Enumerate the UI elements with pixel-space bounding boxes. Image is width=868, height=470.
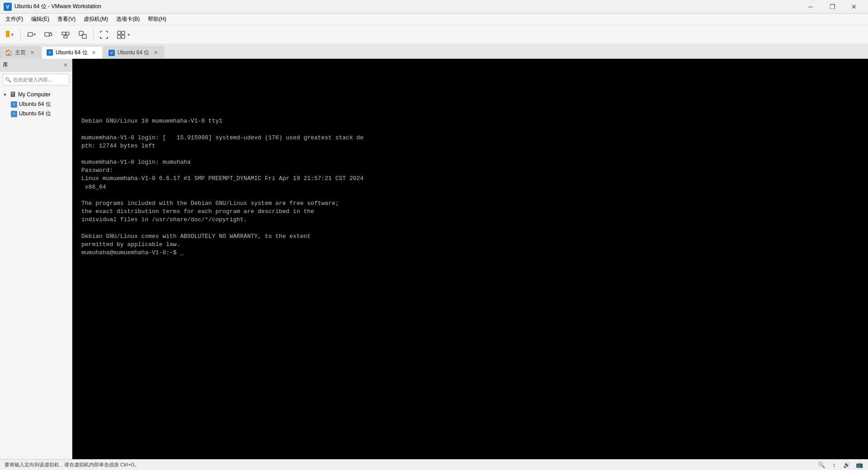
status-icon-3[interactable]: 🔊 xyxy=(843,461,851,469)
search-icon: 🔍 xyxy=(5,77,11,83)
menu-edit[interactable]: 编辑(E) xyxy=(28,14,53,24)
vm-icon-1: V xyxy=(11,101,17,108)
terminal-area[interactable]: Debian GNU/Linux 10 mumuemhaha-V1-0 tty1… xyxy=(72,59,868,459)
clone-icon xyxy=(78,30,87,39)
tab-ubuntu1-label: Ubuntu 64 位 xyxy=(56,49,88,57)
tree-my-computer-group: ▼ 🖥 My Computer V Ubuntu 64 位 V Ubuntu 6… xyxy=(0,90,72,119)
menu-tabs[interactable]: 选项卡(B) xyxy=(113,14,143,24)
fullscreen-icon xyxy=(99,30,108,39)
search-input[interactable] xyxy=(13,77,75,82)
computer-icon: 🖥 xyxy=(9,90,16,99)
svg-marker-3 xyxy=(33,33,35,36)
ubuntu1-icon: V xyxy=(47,49,53,56)
fullscreen-button[interactable] xyxy=(96,27,112,43)
svg-point-5 xyxy=(49,33,52,36)
status-bar: 要将输入定向到该虚拟机，请在虚拟机内部单击或按 Ctrl+G。 🔍 ↕ 🔊 📺 xyxy=(0,459,868,470)
tab-home-close[interactable]: ✕ xyxy=(28,49,36,57)
main-area: 库 ✕ 🔍 ▼ ▼ 🖥 My Computer V Ubuntu 6 xyxy=(0,59,868,459)
app-icon: V xyxy=(4,3,12,11)
sidebar: 库 ✕ 🔍 ▼ ▼ 🖥 My Computer V Ubuntu 6 xyxy=(0,59,72,459)
tree-vm-2[interactable]: V Ubuntu 64 位 xyxy=(8,109,72,119)
menu-vm[interactable]: 虚拟机(M) xyxy=(80,14,112,24)
tree-vm-1[interactable]: V Ubuntu 64 位 xyxy=(8,100,72,109)
tree-vm-2-label: Ubuntu 64 位 xyxy=(19,110,51,118)
terminal-content: Debian GNU/Linux 10 mumuemhaha-V1-0 tty1… xyxy=(72,59,868,266)
close-button[interactable]: ✕ xyxy=(844,0,864,14)
tree-vm-1-label: Ubuntu 64 位 xyxy=(19,100,51,108)
clone-button[interactable] xyxy=(75,27,90,43)
tab-ubuntu2-label: Ubuntu 64 位 xyxy=(118,49,150,57)
minimize-button[interactable]: ─ xyxy=(800,0,821,14)
tree-my-computer[interactable]: ▼ 🖥 My Computer xyxy=(0,90,72,100)
svg-rect-14 xyxy=(118,35,121,38)
status-icon-4[interactable]: 📺 xyxy=(855,461,863,469)
menu-file[interactable]: 文件(F) xyxy=(2,14,27,24)
svg-rect-7 xyxy=(62,32,66,35)
tree-expand-arrow: ▼ xyxy=(3,92,7,97)
svg-rect-13 xyxy=(122,31,125,34)
sidebar-tree: ▼ 🖥 My Computer V Ubuntu 64 位 V Ubuntu 6… xyxy=(0,88,72,459)
menu-help[interactable]: 帮助(H) xyxy=(144,14,170,24)
svg-rect-9 xyxy=(64,36,67,38)
tab-ubuntu1-close[interactable]: ✕ xyxy=(90,49,98,56)
snapshot-take-button[interactable] xyxy=(41,27,56,43)
vm-icon-2: V xyxy=(11,111,17,117)
sidebar-search-box[interactable]: 🔍 ▼ xyxy=(3,74,69,85)
tabs-bar: 🏠 主页 ✕ V Ubuntu 64 位 ✕ V Ubuntu 64 位 ✕ xyxy=(0,44,868,59)
pause-dropdown-arrow: ▼ xyxy=(10,33,14,37)
tree-children: V Ubuntu 64 位 V Ubuntu 64 位 xyxy=(0,100,72,119)
unity-icon xyxy=(117,30,126,39)
status-right: 🔍 ↕ 🔊 📺 xyxy=(817,461,863,469)
ubuntu2-icon: V xyxy=(108,50,115,56)
snapshot-take-icon xyxy=(44,30,53,39)
snapshot-manager-button[interactable] xyxy=(58,27,73,43)
tab-home[interactable]: 🏠 主页 ✕ xyxy=(0,46,41,59)
tab-home-label: 主页 xyxy=(15,49,26,57)
menu-bar: 文件(F) 编辑(E) 查看(V) 虚拟机(M) 选项卡(B) 帮助(H) xyxy=(0,14,868,25)
home-icon: 🏠 xyxy=(5,49,12,56)
snapshot-revert-icon xyxy=(27,30,36,39)
unity-dropdown-arrow: ▼ xyxy=(127,33,131,37)
status-message: 要将输入定向到该虚拟机，请在虚拟机内部单击或按 Ctrl+G。 xyxy=(5,461,140,468)
title-text: Ubuntu 64 位 - VMware Workstation xyxy=(14,3,800,10)
toolbar: ▼ xyxy=(0,25,868,44)
restore-button[interactable]: ❐ xyxy=(822,0,843,14)
toolbar-sep-1 xyxy=(20,28,21,41)
pause-icon xyxy=(6,31,9,38)
svg-rect-4 xyxy=(45,33,49,36)
status-icon-1[interactable]: 🔍 xyxy=(817,461,826,469)
svg-rect-2 xyxy=(28,33,33,36)
status-icon-2[interactable]: ↕ xyxy=(830,461,838,469)
sidebar-close-button[interactable]: ✕ xyxy=(62,62,69,69)
tab-ubuntu1[interactable]: V Ubuntu 64 位 ✕ xyxy=(42,46,103,59)
tab-ubuntu2-close[interactable]: ✕ xyxy=(152,49,159,57)
snapshot-manager-icon xyxy=(61,30,70,39)
title-bar: V Ubuntu 64 位 - VMware Workstation ─ ❐ ✕ xyxy=(0,0,868,14)
pause-button[interactable]: ▼ xyxy=(3,27,18,43)
tab-ubuntu2[interactable]: V Ubuntu 64 位 ✕ xyxy=(104,46,165,59)
snapshot-revert-button[interactable] xyxy=(24,27,39,43)
window-controls: ─ ❐ ✕ xyxy=(800,0,864,14)
svg-rect-8 xyxy=(66,32,69,35)
unity-button[interactable]: ▼ xyxy=(113,27,134,43)
svg-rect-12 xyxy=(118,31,121,34)
tree-my-computer-label: My Computer xyxy=(18,91,51,98)
sidebar-header: 库 ✕ xyxy=(0,59,72,71)
svg-text:V: V xyxy=(6,4,9,9)
menu-view[interactable]: 查看(V) xyxy=(54,14,79,24)
sidebar-title: 库 xyxy=(3,61,8,69)
svg-rect-15 xyxy=(122,35,125,38)
toolbar-sep-2 xyxy=(93,28,94,41)
